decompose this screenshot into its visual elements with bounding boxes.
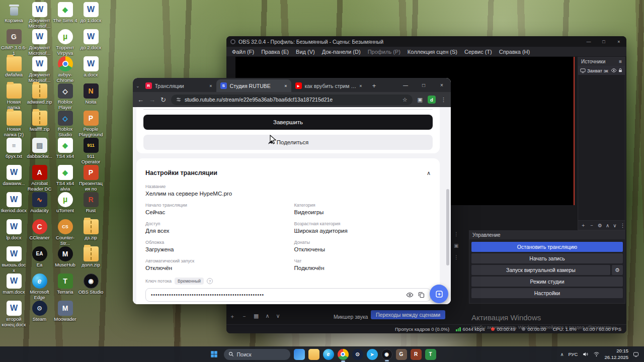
chrome-close-button[interactable]: ×	[433, 78, 451, 92]
taskbar-app-icon[interactable]	[294, 349, 305, 360]
source-item-display-capture[interactable]: Захват эк	[578, 66, 625, 75]
obs-menu-item[interactable]: Док-панели (D)	[318, 48, 364, 56]
desktop-icon[interactable]: ◆ The Sims 4	[53, 2, 78, 29]
source-properties-gear-icon[interactable]: ⚙	[598, 223, 602, 228]
desktop-icon[interactable]: C CCleaner	[27, 219, 52, 246]
reload-icon[interactable]: ↻	[160, 96, 166, 104]
language-indicator[interactable]: РУС	[568, 351, 578, 357]
bookmark-star-icon[interactable]: ☆	[403, 97, 408, 103]
browser-tab[interactable]: ▶ как врубить стрим на рутуб ×	[291, 79, 366, 92]
desktop-icon[interactable]: ◇ Roblox Studio	[53, 111, 78, 138]
studio-mode-button[interactable]: Режим студии	[471, 277, 623, 287]
back-icon[interactable]: ←	[137, 96, 144, 104]
desktop-icon[interactable]: M Moowader	[53, 301, 78, 328]
chrome-menu-kebab-icon[interactable]: ⋮	[441, 97, 446, 103]
desktop-icon[interactable]: долл.zip	[78, 246, 104, 274]
page-scrollbar-thumb[interactable]	[446, 189, 449, 265]
taskbar-app-icon[interactable]: T	[425, 349, 436, 360]
taskbar-app-icon[interactable]: e	[323, 349, 334, 360]
start-button[interactable]	[208, 348, 220, 360]
dock-panel-icon[interactable]: ▣	[454, 243, 459, 248]
forward-icon[interactable]: →	[149, 96, 155, 104]
taskbar-app-icon[interactable]: ⊙	[352, 349, 363, 360]
taskbar-app-icon[interactable]: G	[396, 349, 407, 360]
side-panel-icon[interactable]: ▣	[418, 97, 423, 103]
taskbar-search[interactable]	[224, 349, 290, 360]
desktop-icon[interactable]: Новая папка	[2, 83, 27, 111]
desktop-icon[interactable]: W выошь.docx	[2, 246, 27, 274]
desktop-icon[interactable]: ⊙ Steam	[27, 301, 52, 328]
desktop-icon[interactable]: W Документ Microsof...	[27, 2, 52, 29]
desktop-icon[interactable]: µ uTorrent	[53, 192, 78, 219]
desktop-icon[interactable]: adwawd.zip	[27, 83, 52, 111]
new-tab-button[interactable]: +	[369, 80, 380, 91]
desktop-icon[interactable]: W a.docx	[78, 56, 104, 83]
copy-key-icon[interactable]	[418, 291, 425, 299]
add-icon[interactable]: ＋	[229, 313, 235, 320]
tab-search-caret-icon[interactable]: ⌄	[136, 83, 140, 88]
obs-close-button[interactable]: ×	[611, 36, 626, 47]
dock-menu-icon[interactable]: ≡	[619, 59, 622, 64]
desktop-icon[interactable]: W Ikeriod.docx	[2, 192, 27, 219]
desktop-icon[interactable]: W dawaww...	[2, 165, 27, 192]
desktop-icon[interactable]: A Acrobat Reader DC	[27, 165, 52, 192]
virtual-camera-button[interactable]: Запуск виртуальной камеры	[471, 265, 610, 275]
desktop-icon[interactable]: e Microsoft Edge	[27, 274, 52, 301]
move-source-down-icon[interactable]: ∨	[613, 223, 616, 228]
network-wifi-icon[interactable]	[593, 351, 600, 357]
desktop-icon[interactable]: T Terraria	[53, 274, 78, 301]
desktop-icon[interactable]: avbyv-Chrome	[53, 56, 78, 83]
tab-close-icon[interactable]: ×	[209, 83, 212, 88]
obs-menu-item[interactable]: Коллекция сцен (S)	[404, 48, 461, 56]
obs-menu-item[interactable]: Правка (E)	[258, 48, 292, 56]
support-floating-button[interactable]	[430, 285, 448, 303]
add-source-icon[interactable]: ＋	[581, 222, 586, 229]
desktop-icon[interactable]: CS Counter-Str...	[53, 219, 78, 246]
extension-badge-icon[interactable]: d	[428, 96, 436, 104]
desktop-icon[interactable]: ≡ брух.txt	[2, 138, 27, 165]
visibility-eye-icon[interactable]	[611, 67, 617, 73]
desktop-icon[interactable]: W lp.docx	[2, 219, 27, 246]
desktop-icon[interactable]: M MuseHub	[53, 246, 78, 274]
tab-close-icon[interactable]: ×	[284, 83, 287, 88]
taskbar-app-icon[interactable]: ➤	[367, 349, 378, 360]
obs-title-bar[interactable]: OBS 32.0.4 - Профиль: Безымянный - Сцены…	[226, 36, 626, 47]
down-icon[interactable]: ∨	[276, 313, 280, 320]
obs-menu-item[interactable]: Сервис (T)	[461, 48, 496, 56]
search-input[interactable]	[237, 351, 282, 357]
chrome-minimize-button[interactable]: —	[396, 78, 415, 92]
settings-button[interactable]: Настройки	[471, 288, 623, 298]
obs-menu-item[interactable]: Профиль (P)	[364, 48, 404, 56]
desktop-icon[interactable]: ◆ TS4 x64	[53, 138, 78, 165]
obs-maximize-button[interactable]: □	[596, 36, 611, 47]
desktop-icon[interactable]: W до 2.docx	[78, 29, 104, 56]
stream-key-help-icon[interactable]: ?	[207, 278, 213, 284]
taskbar-app-icon[interactable]: R	[411, 349, 422, 360]
taskbar-app-icon[interactable]: ◉	[381, 349, 392, 360]
desktop-icon[interactable]: dwfafwa	[2, 56, 27, 83]
desktop-icon[interactable]: 911 911 Operator	[78, 138, 104, 165]
show-key-eye-icon[interactable]	[406, 291, 414, 299]
audio-mixer-dock-tab[interactable]: Микшер звука	[334, 314, 368, 320]
tray-overflow-chevron-icon[interactable]: ∧	[560, 352, 564, 357]
share-button[interactable]: Поделиться	[143, 135, 433, 150]
start-recording-button[interactable]: Начать запись	[471, 253, 623, 263]
volume-icon[interactable]	[582, 351, 589, 357]
desktop-icon[interactable]: W Документ Microsof...	[27, 56, 52, 83]
obs-menu-item[interactable]: Вид (V)	[292, 48, 318, 56]
desktop-icon[interactable]: ◆ TS4 x64 alvia	[53, 165, 78, 192]
desktop-icon[interactable]: Корзина	[2, 2, 27, 29]
desktop-icon[interactable]: P People Playground	[78, 111, 104, 138]
taskbar-app-icon[interactable]	[338, 349, 349, 360]
desktop-icon[interactable]: µ Торрент Virpyva	[53, 29, 78, 56]
sources-kebab-icon[interactable]: ⋮	[620, 223, 625, 228]
address-bar[interactable]: studio.rutube.ru/stream/e22e95a36ab7baa6…	[171, 95, 413, 105]
desktop-icon[interactable]: P Презентация по Литрий...	[78, 165, 104, 192]
desktop-icon[interactable]: W до 1.docx	[78, 2, 104, 29]
desktop-icon[interactable]: ▨ dabbackw...	[27, 138, 52, 165]
virtual-camera-gear-icon[interactable]: ⚙	[612, 265, 623, 275]
remove-icon[interactable]: －	[242, 313, 247, 320]
up-icon[interactable]: ∧	[265, 313, 269, 320]
desktop-icon[interactable]: W второй конец.docx	[2, 301, 27, 328]
desktop-icon[interactable]: EA Ea	[27, 246, 52, 274]
